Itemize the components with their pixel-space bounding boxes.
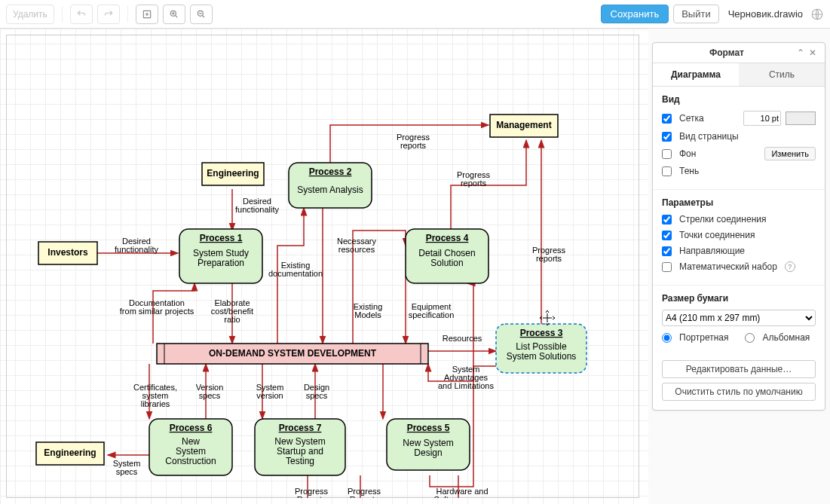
- edit-data-button[interactable]: Редактировать данные…: [662, 360, 816, 378]
- canvas[interactable]: Investors Engineering Engineering Manage…: [0, 29, 830, 504]
- svg-text:Process 7: Process 7: [279, 423, 322, 433]
- conn-arrows-checkbox[interactable]: [662, 215, 672, 225]
- svg-text:Process 5: Process 5: [407, 423, 450, 433]
- svg-text:ProgressReports: ProgressReports: [348, 487, 381, 498]
- toolbar: Удалить Сохранить Выйти Черновик.drawio: [0, 0, 830, 29]
- conn-points-checkbox[interactable]: [662, 231, 672, 240]
- svg-text:Elaboratecost/benefitratio: Elaboratecost/benefitratio: [211, 298, 253, 324]
- undo-button[interactable]: [70, 5, 93, 24]
- background-checkbox[interactable]: [662, 149, 672, 159]
- svg-text:SystemAdvantagesand Limitation: SystemAdvantagesand Limitations: [438, 365, 494, 390]
- format-panel: Формат ⌃ ✕ Диаграмма Стиль Вид Сетка Вид…: [652, 42, 825, 411]
- svg-text:Versionspecs: Versionspecs: [196, 383, 224, 400]
- clear-style-button[interactable]: Очистить стиль по умолчанию: [662, 383, 816, 401]
- svg-text:Necessaryresources: Necessaryresources: [337, 237, 376, 254]
- svg-point-1: [146, 13, 148, 14]
- svg-text:Designspecs: Designspecs: [304, 383, 329, 400]
- svg-text:Investors: Investors: [47, 247, 88, 258]
- background-label: Фон: [679, 148, 760, 159]
- zoom-out-icon: [196, 9, 207, 20]
- svg-text:Process 1: Process 1: [200, 233, 243, 243]
- svg-text:Systemspecs: Systemspecs: [113, 459, 141, 476]
- guides-checkbox[interactable]: [662, 246, 672, 256]
- conn-arrows-label: Стрелки соединения: [679, 214, 766, 225]
- svg-text:Desiredfunctionality: Desiredfunctionality: [115, 237, 159, 254]
- zoom-in-button[interactable]: [163, 5, 185, 24]
- collapse-icon[interactable]: ⌃: [795, 47, 807, 58]
- grid-color-swatch[interactable]: [786, 111, 816, 125]
- svg-text:Process 4: Process 4: [426, 233, 469, 243]
- separator: [62, 6, 63, 23]
- svg-text:Engineering: Engineering: [207, 168, 259, 179]
- panel-title: Формат: [659, 47, 795, 58]
- exit-button[interactable]: Выйти: [673, 5, 719, 23]
- conn-points-label: Точки соединения: [679, 230, 755, 240]
- tab-diagram[interactable]: Диаграмма: [653, 63, 739, 86]
- delete-button[interactable]: Удалить: [6, 5, 54, 24]
- svg-text:Process 3: Process 3: [520, 328, 563, 338]
- grid-checkbox[interactable]: [662, 114, 672, 124]
- section-view: Вид: [662, 94, 816, 105]
- paper-size-select[interactable]: A4 (210 mm x 297 mm): [662, 310, 816, 326]
- globe-icon[interactable]: [810, 8, 824, 21]
- svg-text:Management: Management: [496, 120, 551, 130]
- grid-size-input[interactable]: [743, 111, 781, 126]
- svg-rect-0: [143, 11, 150, 17]
- grid-label: Сетка: [679, 113, 739, 124]
- guides-label: Направляющие: [679, 246, 745, 256]
- file-name: Черновик.drawio: [728, 8, 803, 20]
- svg-text:Progressreports: Progressreports: [532, 246, 566, 263]
- fit-icon: [142, 9, 152, 20]
- svg-text:List PossibleSystem Solutions: List PossibleSystem Solutions: [507, 341, 577, 362]
- svg-text:Systemversion: Systemversion: [256, 383, 284, 400]
- svg-text:Resources: Resources: [443, 334, 482, 343]
- pageview-label: Вид страницы: [679, 131, 739, 142]
- landscape-radio[interactable]: [745, 333, 755, 343]
- section-paper: Размер бумаги: [662, 293, 816, 304]
- separator: [127, 6, 128, 23]
- svg-text:Equipmentspecification: Equipmentspecification: [409, 302, 455, 319]
- shadow-label: Тень: [679, 166, 699, 176]
- svg-text:ProgressReports: ProgressReports: [295, 487, 329, 498]
- svg-text:Progressreports: Progressreports: [457, 170, 491, 188]
- svg-text:System Analysis: System Analysis: [297, 185, 363, 195]
- diagram: Investors Engineering Engineering Manage…: [6, 35, 639, 498]
- svg-text:ON-DEMAND SYSTEM DEVELOPMENT: ON-DEMAND SYSTEM DEVELOPMENT: [209, 348, 377, 359]
- svg-text:Progressreports: Progressreports: [397, 133, 430, 150]
- portrait-radio[interactable]: [662, 333, 672, 343]
- redo-icon: [103, 9, 114, 20]
- landscape-label: Альбомная: [762, 332, 810, 343]
- zoom-out-button[interactable]: [190, 5, 213, 24]
- svg-text:Existingdocumentation: Existingdocumentation: [268, 261, 323, 278]
- svg-text:Process 2: Process 2: [309, 166, 352, 177]
- math-label: Математический набор: [679, 261, 777, 272]
- change-button[interactable]: Изменить: [764, 147, 816, 160]
- math-checkbox[interactable]: [662, 262, 672, 272]
- svg-text:Hardware andSoftware specs: Hardware andSoftware specs: [433, 487, 491, 498]
- undo-icon: [76, 9, 87, 20]
- portrait-label: Портретная: [679, 332, 728, 343]
- section-params: Параметры: [662, 197, 816, 208]
- save-button[interactable]: Сохранить: [601, 5, 669, 23]
- svg-text:Certificates,systemlibraries: Certificates,systemlibraries: [133, 383, 177, 408]
- svg-text:Documentationfrom similar proj: Documentationfrom similar projects: [120, 298, 194, 316]
- help-icon[interactable]: ?: [785, 261, 795, 272]
- svg-text:Desiredfunctionality: Desiredfunctionality: [235, 197, 280, 214]
- close-icon[interactable]: ✕: [807, 47, 819, 58]
- shadow-checkbox[interactable]: [662, 166, 672, 176]
- svg-text:System StudyPreparation: System StudyPreparation: [193, 248, 249, 268]
- pageview-checkbox[interactable]: [662, 132, 672, 142]
- svg-text:ExistingModels: ExistingModels: [354, 302, 383, 319]
- svg-text:Process 6: Process 6: [170, 423, 213, 433]
- redo-button[interactable]: [97, 5, 120, 24]
- svg-text:Engineering: Engineering: [44, 447, 96, 458]
- zoom-in-icon: [169, 9, 179, 20]
- tab-style[interactable]: Стиль: [739, 63, 825, 86]
- fit-button[interactable]: [136, 5, 158, 24]
